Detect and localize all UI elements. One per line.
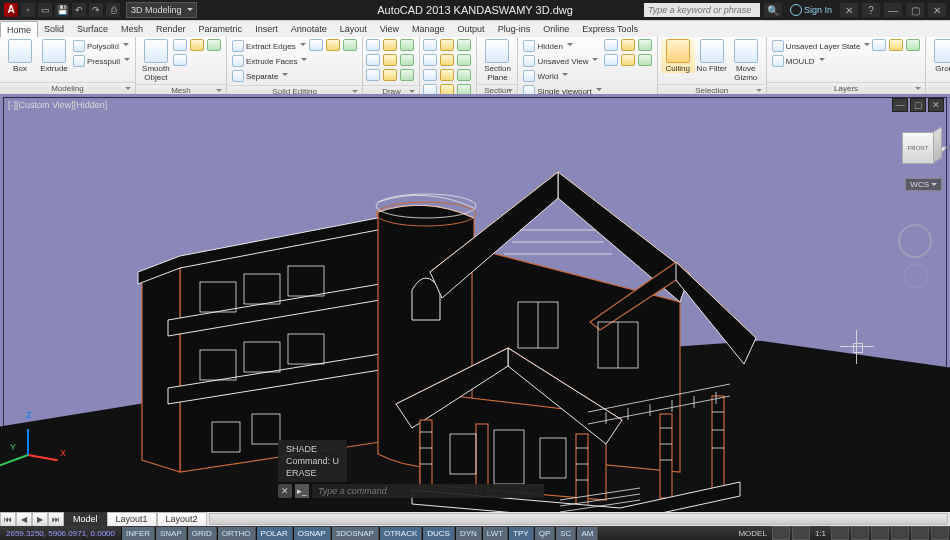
status-sc-toggle[interactable]: SC (555, 527, 576, 540)
separate-button[interactable]: Separate (230, 69, 310, 83)
status-dyn-toggle[interactable]: DYN (455, 527, 482, 540)
move-gizmo-button[interactable]: Move Gizmo (729, 39, 763, 82)
draw-tool-0-icon[interactable] (366, 39, 380, 51)
modify-tool-0-icon[interactable] (423, 39, 437, 51)
nav-compass[interactable] (898, 224, 932, 258)
layers-tool-2-icon[interactable] (906, 39, 920, 51)
layers-tool-0-icon[interactable] (872, 39, 886, 51)
model-space-button[interactable]: MODEL (734, 529, 770, 538)
nav-wheel-icon[interactable] (904, 264, 928, 288)
draw-tool-1-icon[interactable] (383, 39, 397, 51)
qat-redo-icon[interactable]: ↷ (89, 3, 103, 17)
status-isolate-icon[interactable] (911, 526, 929, 540)
command-recent-icon[interactable]: ▸_ (295, 484, 309, 498)
group-button[interactable]: Group (929, 39, 950, 73)
layout-first-icon[interactable]: ⏮ (0, 512, 16, 526)
window-close-icon[interactable]: ✕ (928, 3, 946, 17)
coordinates-tool-0-icon[interactable] (604, 39, 618, 51)
mesh-tool-1-icon[interactable] (190, 39, 204, 51)
qat-open-icon[interactable]: ▭ (38, 3, 52, 17)
wcs-dropdown[interactable]: WCS (905, 178, 942, 191)
layout-last-icon[interactable]: ⏭ (48, 512, 64, 526)
tab-render[interactable]: Render (150, 21, 193, 37)
tab-annotate[interactable]: Annotate (285, 21, 334, 37)
modify-tool-2-icon[interactable] (457, 39, 471, 51)
status-lwt-toggle[interactable]: LWT (482, 527, 508, 540)
viewport-label[interactable]: [-][Custom View][Hidden] (8, 100, 107, 110)
signin-link[interactable]: Sign In (786, 4, 836, 16)
status-ortho-toggle[interactable]: ORTHO (217, 527, 256, 540)
mesh-tool-2-icon[interactable] (207, 39, 221, 51)
modify-tool-8-icon[interactable] (457, 69, 471, 81)
qat-save-icon[interactable]: 💾 (55, 3, 69, 17)
command-close-icon[interactable]: ✕ (278, 484, 292, 498)
tab-online[interactable]: Online (537, 21, 576, 37)
status-annotation-icon[interactable] (792, 526, 810, 540)
box-button[interactable]: Box (3, 39, 37, 73)
status-cleanscreen-icon[interactable] (931, 526, 949, 540)
ucs-icon[interactable]: X Y Z (16, 412, 66, 462)
vp-minimize-icon[interactable]: — (892, 98, 908, 112)
exchange-icon[interactable]: ✕ (840, 3, 858, 17)
solid-editing-tool-1-icon[interactable] (326, 39, 340, 51)
mesh-tool-0-icon[interactable] (173, 39, 187, 51)
tab-surface[interactable]: Surface (71, 21, 115, 37)
section-plane-button[interactable]: Section Plane (480, 39, 514, 82)
mesh-tool-3-icon[interactable] (173, 54, 187, 66)
coordinate-readout[interactable]: 2659.3250, 5906.0971, 0.0000 (0, 529, 121, 538)
polysolid-button[interactable]: Polysolid (71, 39, 132, 53)
tab-output[interactable]: Output (452, 21, 492, 37)
modify-tool-7-icon[interactable] (440, 69, 454, 81)
unsaved-view-button[interactable]: Unsaved View (521, 54, 603, 68)
tab-plug-ins[interactable]: Plug-ins (492, 21, 538, 37)
status-otrack-toggle[interactable]: OTRACK (379, 527, 422, 540)
help-icon[interactable]: ? (862, 3, 880, 17)
layout-prev-icon[interactable]: ◀ (16, 512, 32, 526)
status-osnap-toggle[interactable]: OSNAP (293, 527, 331, 540)
tab-parametric[interactable]: Parametric (193, 21, 250, 37)
layer-state-button[interactable]: Unsaved Layer State (770, 39, 873, 53)
coordinates-tool-5-icon[interactable] (638, 54, 652, 66)
extrude-button[interactable]: Extrude (37, 39, 71, 73)
status-grid-toggle[interactable]: GRID (187, 527, 217, 540)
annotation-scale[interactable]: 1:1 (811, 529, 830, 538)
no-filter-button[interactable]: No Filter (695, 39, 729, 73)
tab-manage[interactable]: Manage (406, 21, 452, 37)
draw-tool-3-icon[interactable] (366, 54, 380, 66)
layout-scroll-track[interactable] (209, 513, 948, 525)
status-annoviz-icon[interactable] (831, 526, 849, 540)
modify-tool-1-icon[interactable] (440, 39, 454, 51)
status-lock-icon[interactable] (871, 526, 889, 540)
solid-editing-tool-2-icon[interactable] (343, 39, 357, 51)
coordinates-tool-4-icon[interactable] (621, 54, 635, 66)
tab-insert[interactable]: Insert (249, 21, 285, 37)
search-go-icon[interactable]: 🔍 (764, 3, 782, 17)
layer-current-button[interactable]: MOULD (770, 54, 873, 68)
tab-layout[interactable]: Layout (334, 21, 374, 37)
model-3d-house[interactable]: .f{fill:#0d0d0d;stroke:#c86a3a;stroke-wi… (120, 152, 760, 512)
modify-tool-4-icon[interactable] (440, 54, 454, 66)
viewcube-front[interactable]: FRONT (902, 132, 934, 164)
tab-solid[interactable]: Solid (38, 21, 71, 37)
status-3dosnap-toggle[interactable]: 3DOSNAP (331, 527, 379, 540)
status-polar-toggle[interactable]: POLAR (256, 527, 293, 540)
coordinates-tool-1-icon[interactable] (621, 39, 635, 51)
culling-button[interactable]: Culling (661, 39, 695, 73)
viewcube[interactable]: FRONT (896, 124, 936, 164)
modify-tool-3-icon[interactable] (423, 54, 437, 66)
layout-tab-layout1[interactable]: Layout1 (107, 512, 157, 526)
smooth-button[interactable]: Smooth Object (139, 39, 173, 82)
workspace-dropdown[interactable]: 3D Modeling (126, 2, 197, 18)
qat-print-icon[interactable]: ⎙ (106, 3, 120, 17)
status-ducs-toggle[interactable]: DUCS (422, 527, 455, 540)
modify-tool-5-icon[interactable] (457, 54, 471, 66)
qat-new-icon[interactable]: ▫ (21, 3, 35, 17)
coordinates-tool-2-icon[interactable] (638, 39, 652, 51)
status-grid-icon[interactable] (772, 526, 790, 540)
solid-editing-tool-0-icon[interactable] (309, 39, 323, 51)
status-ws-icon[interactable] (851, 526, 869, 540)
command-input[interactable] (312, 484, 544, 498)
modify-tool-6-icon[interactable] (423, 69, 437, 81)
help-search-input[interactable] (644, 3, 760, 17)
tab-home[interactable]: Home (0, 21, 38, 37)
